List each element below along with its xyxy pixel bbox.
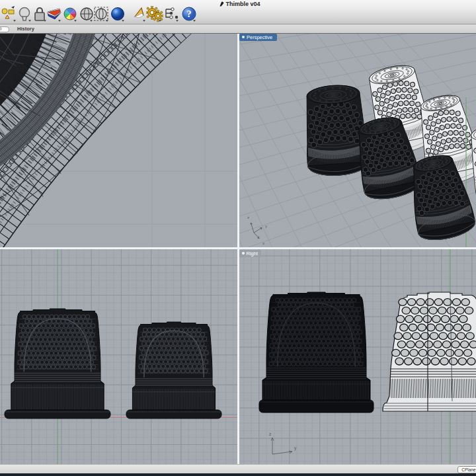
svg-text:x: x xyxy=(262,241,264,245)
svg-text:z: z xyxy=(247,216,249,219)
svg-text:y: y xyxy=(265,224,267,228)
svg-text:z: z xyxy=(269,432,271,436)
svg-text:?: ? xyxy=(187,9,192,19)
